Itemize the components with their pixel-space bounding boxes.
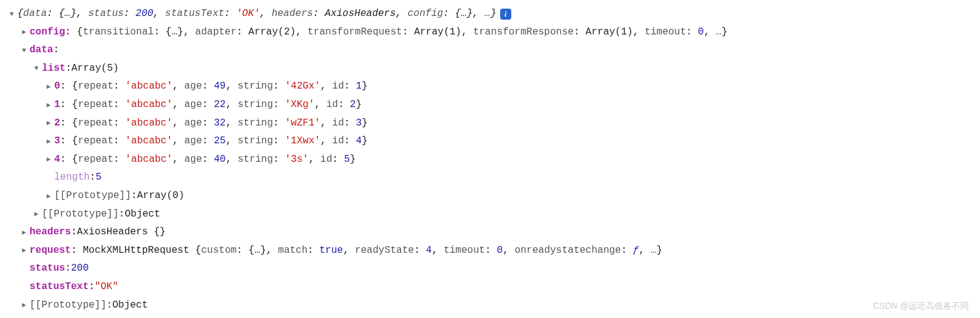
prototype-row[interactable]: [[Prototype]]: Object bbox=[7, 205, 973, 224]
data-row[interactable]: data: bbox=[7, 41, 973, 60]
prototype-row[interactable]: [[Prototype]]: Array(0) bbox=[7, 187, 973, 205]
list-item[interactable]: 4: {repeat: 'abcabc', age: 40, string: '… bbox=[7, 151, 973, 169]
info-icon[interactable]: i bbox=[500, 9, 511, 20]
data-key: data bbox=[30, 41, 53, 60]
list-item[interactable]: 0: {repeat: 'abcabc', age: 49, string: '… bbox=[7, 78, 973, 96]
request-row[interactable]: request: MockXMLHttpRequest {custom: {…}… bbox=[7, 242, 973, 260]
expand-toggle-icon[interactable] bbox=[44, 190, 53, 202]
config-content: config: {transitional: {…}, adapter: Arr… bbox=[30, 23, 727, 42]
root-summary[interactable]: {data: {…}, status: 200, statusText: 'OK… bbox=[7, 5, 973, 23]
expand-toggle-icon[interactable] bbox=[20, 226, 28, 239]
expand-toggle-icon[interactable] bbox=[44, 153, 53, 165]
expand-toggle-icon[interactable] bbox=[44, 135, 53, 148]
list-key: list bbox=[42, 60, 65, 78]
expand-toggle-icon[interactable] bbox=[44, 99, 53, 111]
list-item[interactable]: 3: {repeat: 'abcabc', age: 25, string: '… bbox=[7, 132, 973, 151]
length-row: length: 5 bbox=[7, 169, 973, 187]
expand-toggle-icon[interactable] bbox=[32, 208, 41, 220]
expand-toggle-icon[interactable] bbox=[20, 44, 28, 57]
list-item[interactable]: 1: {repeat: 'abcabc', age: 22, string: '… bbox=[7, 96, 973, 114]
prototype-row[interactable]: [[Prototype]]: Object bbox=[7, 296, 973, 315]
expand-toggle-icon[interactable] bbox=[20, 299, 28, 311]
list-row[interactable]: list: Array(5) bbox=[7, 60, 973, 78]
list-item[interactable]: 2: {repeat: 'abcabc', age: 32, string: '… bbox=[7, 114, 973, 133]
expand-toggle-icon[interactable] bbox=[20, 26, 28, 38]
expand-toggle-icon[interactable] bbox=[20, 244, 28, 256]
expand-toggle-icon[interactable] bbox=[7, 8, 16, 20]
config-row[interactable]: config: {transitional: {…}, adapter: Arr… bbox=[7, 23, 973, 42]
statustext-row: statusText: "OK" bbox=[7, 278, 973, 296]
expand-toggle-icon[interactable] bbox=[44, 81, 53, 93]
expand-toggle-icon[interactable] bbox=[32, 62, 41, 74]
root-summary-inline: {data: {…}, status: 200, statusText: 'OK… bbox=[17, 5, 496, 23]
status-row: status: 200 bbox=[7, 260, 973, 278]
expand-toggle-icon[interactable] bbox=[44, 117, 53, 129]
headers-row[interactable]: headers: AxiosHeaders {} bbox=[7, 223, 973, 242]
